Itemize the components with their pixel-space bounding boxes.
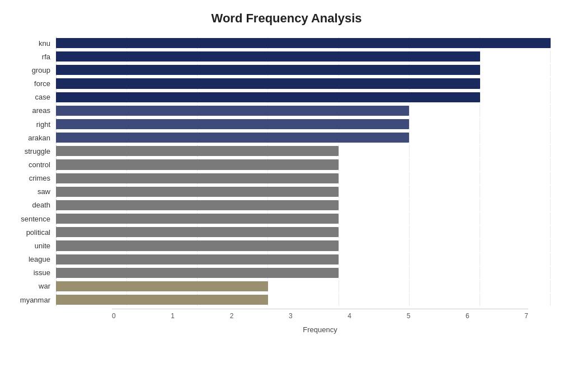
- bar: [56, 268, 339, 278]
- bar: [56, 187, 339, 197]
- bar-track: [56, 64, 551, 76]
- chart-title: Word Frequency Analysis: [22, 11, 551, 26]
- bar-row: war: [56, 280, 551, 292]
- bar-track: [56, 280, 551, 292]
- bar-label: death: [8, 201, 56, 209]
- bar-label: league: [8, 255, 56, 263]
- bar-label: political: [8, 228, 56, 237]
- bar-row: struggle: [56, 145, 551, 157]
- bar-row: issue: [56, 267, 551, 279]
- bar-label: right: [8, 120, 56, 129]
- bar-label: rfa: [8, 53, 56, 61]
- bar-track: [56, 239, 551, 252]
- bar-row: saw: [56, 186, 551, 198]
- bar-track: [56, 199, 551, 211]
- x-axis: 01234567 Frequency: [112, 309, 528, 334]
- bar-track: [56, 105, 551, 117]
- bar-row: arakan: [56, 131, 551, 144]
- bar-row: political: [56, 226, 551, 238]
- bar-row: sentence: [56, 212, 551, 225]
- bar-label: saw: [8, 187, 56, 196]
- bar-label: unite: [8, 242, 56, 250]
- bars-area: knurfagroupforcecaseareasrightarakanstru…: [56, 37, 551, 306]
- bar-row: knu: [56, 37, 551, 49]
- bar: [56, 173, 339, 183]
- bar-row: league: [56, 253, 551, 266]
- x-tick: 5: [407, 312, 411, 320]
- bar: [56, 106, 409, 116]
- bar-row: unite: [56, 239, 551, 252]
- bar: [56, 214, 339, 224]
- bar-label: force: [8, 79, 56, 88]
- bar-track: [56, 118, 551, 130]
- bar-label: arakan: [8, 134, 56, 142]
- bar-track: [56, 212, 551, 225]
- bar-track: [56, 294, 551, 306]
- bar-label: issue: [8, 268, 56, 277]
- x-tick: 0: [112, 312, 116, 320]
- bar-row: myanmar: [56, 294, 551, 306]
- bar: [56, 65, 480, 75]
- chart-container: Word Frequency Analysis knurfagroupforce…: [0, 0, 573, 392]
- bar-track: [56, 91, 551, 103]
- x-tick: 6: [466, 312, 469, 320]
- bar-row: crimes: [56, 172, 551, 185]
- bar-track: [56, 267, 551, 279]
- x-tick: 1: [171, 312, 175, 320]
- bar-track: [56, 77, 551, 89]
- x-tick: 3: [289, 312, 293, 320]
- bar-label: knu: [8, 39, 56, 48]
- bar: [56, 78, 480, 88]
- bar: [56, 281, 268, 291]
- bar-track: [56, 131, 551, 144]
- x-tick: 7: [524, 312, 528, 320]
- x-tick: 4: [347, 312, 351, 320]
- bar: [56, 240, 339, 251]
- bar-row: areas: [56, 105, 551, 117]
- bar: [56, 92, 480, 102]
- bar-track: [56, 50, 551, 63]
- bar-row: case: [56, 91, 551, 103]
- x-axis-label: Frequency: [112, 325, 528, 334]
- bar: [56, 254, 339, 265]
- bar: [56, 133, 409, 143]
- bar-track: [56, 186, 551, 198]
- bar-track: [56, 145, 551, 157]
- bar-label: group: [8, 66, 56, 74]
- bar-row: death: [56, 199, 551, 211]
- bar: [56, 119, 409, 129]
- bar-track: [56, 226, 551, 238]
- bar-label: struggle: [8, 147, 56, 155]
- bar: [56, 227, 339, 237]
- bar: [56, 200, 339, 210]
- bar-row: right: [56, 118, 551, 130]
- bar-label: case: [8, 93, 56, 101]
- bar-label: crimes: [8, 174, 56, 182]
- bar: [56, 51, 480, 62]
- bar-track: [56, 253, 551, 266]
- bar-track: [56, 172, 551, 185]
- bar-label: areas: [8, 106, 56, 115]
- bar-label: sentence: [8, 215, 56, 223]
- x-tick: 2: [230, 312, 234, 320]
- bar-track: [56, 37, 551, 49]
- bar: [56, 295, 268, 305]
- bar: [56, 159, 339, 169]
- bar-label: war: [8, 282, 56, 290]
- bar-track: [56, 158, 551, 171]
- bar: [56, 146, 339, 156]
- bar-row: control: [56, 158, 551, 171]
- bar-row: force: [56, 77, 551, 89]
- bar-row: rfa: [56, 50, 551, 63]
- bar-label: control: [8, 160, 56, 169]
- bar: [56, 38, 551, 48]
- bar-row: group: [56, 64, 551, 76]
- bar-label: myanmar: [8, 296, 56, 304]
